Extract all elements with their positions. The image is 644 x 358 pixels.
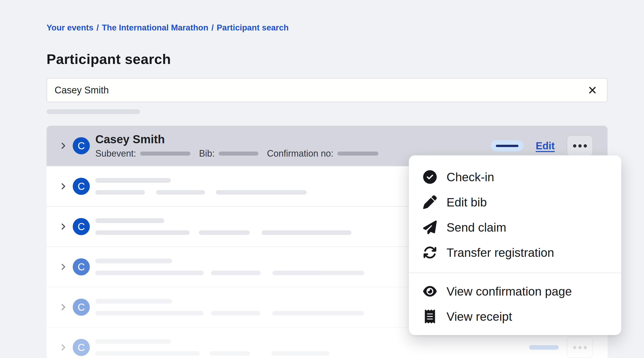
menu-item-view-receipt[interactable]: View receipt [409,304,621,329]
menu-item-edit-bib[interactable]: Edit bib [409,190,621,215]
row-actions: Edit [491,135,593,156]
eye-icon [423,284,437,298]
result-count-skeleton [47,109,140,114]
menu-item-label: View confirmation page [447,284,572,298]
menu-divider [409,273,621,273]
breadcrumb-your-events[interactable]: Your events [47,23,93,32]
participant-search-page: Your events/The International Marathon/P… [47,0,608,358]
meta-skeleton [272,311,364,315]
meta-skeleton [95,230,190,235]
meta-skeleton [210,351,250,356]
menu-item-check-in[interactable]: Check-in [409,164,621,190]
breadcrumb-separator: / [211,23,214,32]
participant-info: Casey Smith Subevent: Bib: Confirmation … [95,132,378,159]
skeleton-info [95,339,330,356]
meta-skeleton [199,230,250,235]
meta-skeleton [211,271,261,275]
status-badge-skeleton [529,345,559,350]
receipt-icon [423,309,437,324]
meta-skeleton [216,190,307,195]
ellipsis-icon[interactable] [567,135,593,156]
menu-item-send-claim[interactable]: Send claim [409,215,621,240]
avatar: C [73,258,90,275]
avatar: C [73,299,90,316]
chevron-right-icon[interactable] [59,343,68,352]
name-skeleton [95,178,171,183]
skeleton-info [95,259,364,275]
page-title: Participant search [47,51,608,67]
search-box [47,78,608,102]
pencil-icon [423,195,437,209]
breadcrumb-event[interactable]: The International Marathon [102,23,209,32]
menu-item-view-confirmation-page[interactable]: View confirmation page [409,279,621,304]
meta-skeleton [262,230,351,235]
meta-skeleton [211,311,260,315]
ellipsis-icon[interactable] [567,337,593,358]
chevron-right-icon[interactable] [59,182,68,191]
paper-plane-icon [423,220,437,234]
participant-name: Casey Smith [95,132,378,146]
subevent-label: Subevent: [95,148,136,159]
status-badge [491,140,524,151]
menu-item-label: Check-in [447,170,494,184]
status-badge-skeleton [496,145,518,147]
chevron-right-icon[interactable] [59,222,68,231]
meta-skeleton [156,190,205,195]
confirmation-label: Confirmation no: [267,148,333,159]
meta-skeleton [272,271,364,275]
circle-check-icon [423,170,437,184]
name-skeleton [95,299,172,304]
skeleton-info [95,299,364,315]
breadcrumb-participant-search[interactable]: Participant search [217,23,289,32]
close-icon[interactable] [585,83,599,97]
meta-skeleton [95,190,145,195]
edit-link[interactable]: Edit [536,140,555,152]
meta-skeleton [95,351,200,356]
chevron-right-icon[interactable] [59,263,68,271]
subevent-value-skeleton [140,152,190,156]
avatar: C [73,178,90,195]
avatar: C [73,137,90,154]
breadcrumb: Your events/The International Marathon/P… [47,0,608,33]
menu-item-label: Transfer registration [447,246,554,260]
name-skeleton [95,339,171,344]
menu-item-transfer-registration[interactable]: Transfer registration [409,240,621,265]
name-skeleton [95,259,172,263]
confirmation-value-skeleton [337,152,378,156]
breadcrumb-separator: / [96,23,99,32]
avatar: C [73,339,90,356]
meta-skeleton [271,351,330,356]
menu-item-label: View receipt [447,310,512,324]
menu-item-label: Send claim [447,221,506,234]
chevron-right-icon[interactable] [59,303,68,311]
search-input[interactable] [55,85,585,96]
avatar: C [73,218,90,235]
bib-value-skeleton [219,152,258,156]
arrows-rotate-icon [423,245,437,260]
skeleton-info [95,178,307,195]
row-actions-menu: Check-in Edit bib Send claim Transfer re… [409,155,621,335]
name-skeleton [95,218,164,223]
row-actions [529,337,593,358]
participant-meta: Subevent: Bib: Confirmation no: [95,148,378,159]
meta-skeleton [95,311,204,315]
menu-item-label: Edit bib [447,195,487,209]
chevron-right-icon[interactable] [59,141,68,150]
bib-label: Bib: [199,148,215,159]
skeleton-info [95,218,351,235]
meta-skeleton [95,271,204,275]
